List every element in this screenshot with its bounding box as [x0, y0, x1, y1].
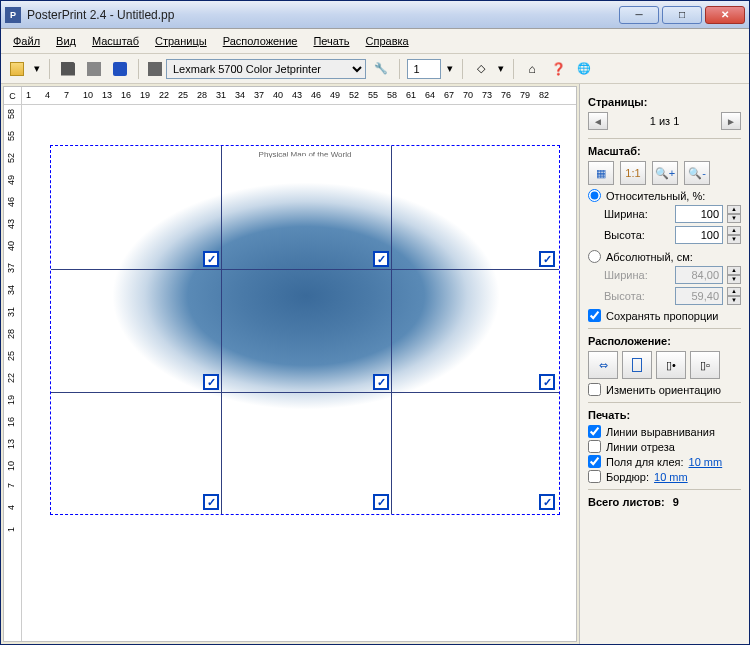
refresh-button[interactable] [109, 58, 131, 80]
next-page-button[interactable]: ► [721, 112, 741, 130]
tile-check[interactable] [203, 494, 219, 510]
ruler-tick: 10 [6, 461, 16, 471]
print-section-title: Печать: [588, 409, 741, 421]
abs-width-label: Ширина: [604, 269, 671, 281]
rel-height-input[interactable] [675, 226, 723, 244]
ruler-tick: 61 [406, 90, 416, 100]
glue-fields-check[interactable] [588, 455, 601, 468]
ruler-tick: 58 [387, 90, 397, 100]
help-button[interactable]: ❓ [547, 58, 569, 80]
poster-boundary: Physical Map of the World [50, 145, 560, 515]
zoom-grid-button[interactable]: ▦ [588, 161, 614, 185]
ruler-tick: 37 [6, 263, 16, 273]
ruler-tick: 25 [178, 90, 188, 100]
minimize-button[interactable]: ─ [619, 6, 659, 24]
close-button[interactable]: ✕ [705, 6, 745, 24]
zoom-in-button[interactable]: 🔍+ [652, 161, 678, 185]
ruler-tick: 70 [463, 90, 473, 100]
rel-width-input[interactable] [675, 205, 723, 223]
canvas[interactable]: Physical Map of the World [22, 105, 576, 641]
tile-check[interactable] [539, 251, 555, 267]
pages-section-title: Страницы: [588, 96, 741, 108]
ruler-tick: 64 [425, 90, 435, 100]
ruler-tick: 34 [6, 285, 16, 295]
menu-file[interactable]: Файл [7, 33, 46, 49]
ruler-tick: 13 [102, 90, 112, 100]
home-icon: ⌂ [528, 62, 535, 76]
ruler-corner: C [4, 87, 22, 105]
keep-proportions-check[interactable] [588, 309, 601, 322]
tile-check[interactable] [373, 374, 389, 390]
open-dropdown-button[interactable]: ▾ [32, 58, 42, 80]
ruler-tick: 4 [45, 90, 50, 100]
page-input[interactable] [407, 59, 441, 79]
ruler-tick: 16 [6, 417, 16, 427]
border-value-link[interactable]: 10 mm [654, 471, 688, 483]
ruler-tick: 25 [6, 351, 16, 361]
printer-settings-button[interactable]: 🔧 [370, 58, 392, 80]
menu-layout[interactable]: Расположение [217, 33, 304, 49]
cut-lines-check[interactable] [588, 440, 601, 453]
tile-check[interactable] [373, 251, 389, 267]
glue-value-link[interactable]: 10 mm [689, 456, 723, 468]
floppy-icon [61, 62, 75, 76]
tile-check[interactable] [539, 374, 555, 390]
align-button-3[interactable]: ▯• [656, 351, 686, 379]
align-button-4[interactable]: ▯▫ [690, 351, 720, 379]
rel-width-spinner[interactable]: ▲▼ [727, 205, 741, 223]
rotate-check[interactable] [588, 383, 601, 396]
menu-help[interactable]: Справка [360, 33, 415, 49]
ruler-tick: 37 [254, 90, 264, 100]
ruler-tick: 13 [6, 439, 16, 449]
zoom-out-button[interactable]: 🔍- [684, 161, 710, 185]
abs-width-spinner: ▲▼ [727, 266, 741, 284]
absolute-radio[interactable] [588, 250, 601, 263]
ruler-tick: 49 [330, 90, 340, 100]
folder-open-icon [10, 62, 24, 76]
ruler-tick: 31 [216, 90, 226, 100]
align-button-2[interactable] [622, 351, 652, 379]
align-lines-check[interactable] [588, 425, 601, 438]
app-logo-icon [113, 62, 127, 76]
rel-width-label: Ширина: [604, 208, 671, 220]
home-button[interactable]: ⌂ [521, 58, 543, 80]
prev-page-button[interactable]: ◄ [588, 112, 608, 130]
ruler-tick: 28 [197, 90, 207, 100]
page-dropdown-button[interactable]: ▾ [445, 58, 455, 80]
eraser-dropdown-button[interactable]: ▾ [496, 58, 506, 80]
zoom-11-button[interactable]: 1:1 [620, 161, 646, 185]
eraser-button[interactable]: ◇ [470, 58, 492, 80]
ruler-tick: 58 [6, 109, 16, 119]
ruler-tick: 55 [6, 131, 16, 141]
printer-select[interactable]: Lexmark 5700 Color Jetprinter [166, 59, 366, 79]
page-center-icon: ▯• [666, 359, 676, 372]
save-as-button[interactable] [83, 58, 105, 80]
ruler-tick: 16 [121, 90, 131, 100]
rel-height-spinner[interactable]: ▲▼ [727, 226, 741, 244]
menu-view[interactable]: Вид [50, 33, 82, 49]
border-check[interactable] [588, 470, 601, 483]
ruler-tick: 67 [444, 90, 454, 100]
save-button[interactable] [57, 58, 79, 80]
tile-check[interactable] [203, 251, 219, 267]
printer-icon [87, 62, 101, 76]
relative-radio[interactable] [588, 189, 601, 202]
ruler-tick: 19 [140, 90, 150, 100]
tile-check[interactable] [203, 374, 219, 390]
ruler-tick: 40 [273, 90, 283, 100]
titlebar[interactable]: P PosterPrint 2.4 - Untitled.pp ─ □ ✕ [1, 1, 749, 29]
tile-check[interactable] [539, 494, 555, 510]
menu-zoom[interactable]: Масштаб [86, 33, 145, 49]
tile-check[interactable] [373, 494, 389, 510]
maximize-button[interactable]: □ [662, 6, 702, 24]
content-area: C 14710131619222528313437404346495255586… [1, 84, 749, 644]
web-button[interactable]: 🌐 [573, 58, 595, 80]
rotate-label: Изменить ориентацию [606, 384, 721, 396]
border-label: Бордюр: [606, 471, 649, 483]
ruler-tick: 43 [6, 219, 16, 229]
menu-print[interactable]: Печать [307, 33, 355, 49]
toolbar: ▾ Lexmark 5700 Color Jetprinter 🔧 ▾ ◇ ▾ … [1, 54, 749, 84]
open-button[interactable] [6, 58, 28, 80]
menu-pages[interactable]: Страницы [149, 33, 213, 49]
align-button-1[interactable]: ⇔ [588, 351, 618, 379]
